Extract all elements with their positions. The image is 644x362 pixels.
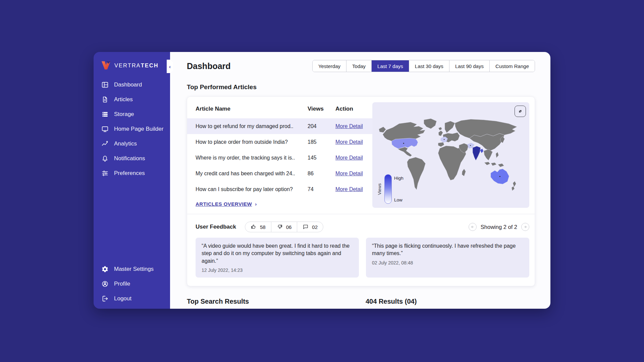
feedback-text: “This page is flicking continueosly. I h… <box>372 242 523 257</box>
legend-gradient-bar <box>384 174 392 204</box>
tab-last-30-days[interactable]: Last 30 days <box>409 60 449 72</box>
articles-card: Article Name Views Action How to get ref… <box>187 97 535 286</box>
sidebar-item-logout[interactable]: Logout <box>94 291 170 306</box>
feedback-date: 12 July 2022, 14:23 <box>202 267 353 273</box>
sidebar-item-profile[interactable]: Profile <box>94 277 170 291</box>
article-views: 145 <box>308 155 335 161</box>
sidebar-item-preferences[interactable]: Preferences <box>94 166 170 181</box>
map-legend: Views High Low <box>377 173 404 205</box>
sidebar-item-label: Home Page Builder <box>114 126 163 132</box>
column-header-article-name: Article Name <box>196 106 308 112</box>
sidebar-item-label: Master Settings <box>114 266 154 273</box>
arrow-right-icon <box>523 225 528 229</box>
table-row[interactable]: My credit card has been charged with 24.… <box>187 166 372 181</box>
thumbs-down-icon <box>277 224 283 230</box>
more-detail-link[interactable]: More Detail <box>335 155 372 161</box>
sidebar-item-label: Logout <box>114 295 131 302</box>
dislikes-stat[interactable]: 06 <box>271 222 297 232</box>
tab-custom-range[interactable]: Custom Range <box>489 60 535 72</box>
article-name: How to get refund for my damaged prod.. <box>196 123 308 129</box>
bottom-sections: Top Search Results 404 Results (04) <box>187 298 535 305</box>
sidebar-item-master-settings[interactable]: Master Settings <box>94 262 170 277</box>
more-detail-link[interactable]: More Detail <box>335 139 372 145</box>
article-name: My credit card has been charged with 24.… <box>196 171 308 177</box>
logout-icon <box>101 295 109 302</box>
feedback-card: “A video guide would have been great. I … <box>196 238 359 278</box>
tab-today[interactable]: Today <box>346 60 371 72</box>
previous-page-button[interactable] <box>469 223 477 231</box>
arrow-left-icon <box>470 225 475 229</box>
article-views: 74 <box>308 186 335 192</box>
analytics-icon <box>101 140 109 147</box>
table-row[interactable]: Where is my order, the tracking says it … <box>187 150 372 166</box>
sidebar-item-notifications[interactable]: Notifications <box>94 151 170 166</box>
comments-stat[interactable]: 02 <box>297 222 323 232</box>
more-detail-link[interactable]: More Detail <box>335 186 372 192</box>
app-window: VERTRATECH Dashboard Articles <box>94 52 550 309</box>
article-views: 204 <box>308 123 335 129</box>
section-title-404-results: 404 Results (04) <box>366 298 417 305</box>
pagination-label: Showing 2 of 2 <box>481 224 517 230</box>
tab-last-90-days[interactable]: Last 90 days <box>449 60 489 72</box>
feedback-text: “A video guide would have been great. I … <box>202 242 353 265</box>
monitor-icon <box>101 125 109 133</box>
more-detail-link[interactable]: More Detail <box>335 123 372 129</box>
gear-icon <box>101 265 109 273</box>
feedback-date: 02 July 2022, 08:48 <box>372 260 523 265</box>
articles-overview-link[interactable]: ARTICLES OVERVIEW › <box>187 201 372 207</box>
table-row[interactable]: How can I subscribe for pay later option… <box>187 181 372 197</box>
tab-yesterday[interactable]: Yesterday <box>313 60 346 72</box>
map-region-bangladesh[interactable] <box>480 148 483 153</box>
sidebar-item-dashboard[interactable]: Dashboard <box>94 77 170 92</box>
preferences-icon <box>101 170 109 177</box>
sidebar-footer: Master Settings Profile Logout <box>94 262 170 306</box>
articles-table: Article Name Views Action How to get ref… <box>187 97 372 214</box>
sidebar-collapse-button[interactable]: ‹ <box>167 60 173 73</box>
column-header-views: Views <box>308 106 335 112</box>
article-name: Where is my order, the tracking says it … <box>196 155 308 161</box>
thumbs-up-icon <box>251 224 257 230</box>
articles-icon <box>101 96 109 103</box>
legend-low-label: Low <box>394 197 404 202</box>
sidebar-item-articles[interactable]: Articles <box>94 92 170 107</box>
feedback-pagination: Showing 2 of 2 <box>469 223 529 231</box>
feedback-title: User Feedback <box>196 224 236 230</box>
sidebar-item-analytics[interactable]: Analytics <box>94 136 170 151</box>
section-title-top-search-results: Top Search Results <box>187 298 366 305</box>
sidebar-item-home-page-builder[interactable]: Home Page Builder <box>94 122 170 136</box>
sidebar-nav: Dashboard Articles Storage <box>94 77 170 181</box>
article-views: 86 <box>308 171 335 177</box>
sidebar-item-storage[interactable]: Storage <box>94 107 170 122</box>
article-views: 185 <box>308 139 335 145</box>
feedback-stats: 58 06 <box>245 222 323 232</box>
comments-count: 02 <box>312 224 318 230</box>
map-expand-button[interactable] <box>515 106 526 117</box>
next-page-button[interactable] <box>521 223 529 231</box>
brand-name: VERTRATECH <box>114 62 159 69</box>
map-region-india[interactable] <box>473 146 481 160</box>
more-detail-link[interactable]: More Detail <box>335 171 372 177</box>
main-header: Dashboard Yesterday Today Last 7 days La… <box>187 60 535 72</box>
comment-icon <box>303 224 309 230</box>
feedback-card: “This page is flicking continueosly. I h… <box>366 238 529 278</box>
likes-stat[interactable]: 58 <box>245 222 271 232</box>
sidebar-item-label: Notifications <box>114 155 145 162</box>
sidebar-item-label: Analytics <box>114 140 137 147</box>
chevron-right-icon: › <box>255 201 257 207</box>
legend-high-label: High <box>394 176 404 181</box>
main-content: ‹ Dashboard Yesterday Today Last 7 days … <box>170 52 550 309</box>
brand-logo-icon <box>101 61 111 70</box>
table-row[interactable]: How to get refund for my damaged prod.. … <box>187 118 372 134</box>
table-row[interactable]: How to place order from outside India? 1… <box>187 134 372 150</box>
bell-icon <box>101 155 109 162</box>
likes-count: 58 <box>260 224 266 230</box>
page-title: Dashboard <box>187 61 231 71</box>
sidebar-item-label: Profile <box>114 281 130 287</box>
column-header-action: Action <box>335 106 372 112</box>
section-title-top-performed-articles: Top Performed Articles <box>187 83 535 91</box>
storage-icon <box>101 111 109 118</box>
brand: VERTRATECH <box>94 52 170 70</box>
tab-last-7-days[interactable]: Last 7 days <box>371 60 409 72</box>
dislikes-count: 06 <box>286 224 292 230</box>
dashboard-icon <box>101 81 109 88</box>
